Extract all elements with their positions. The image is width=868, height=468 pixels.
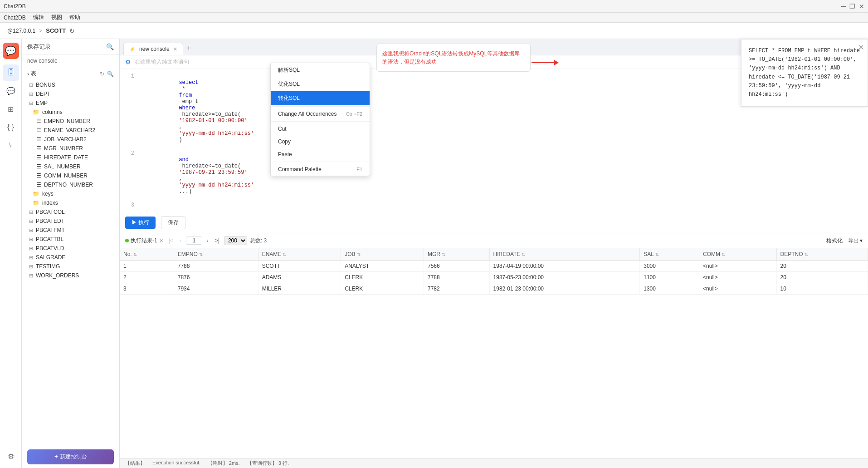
parse-sql-label: 解析SQL [278,66,300,74]
refresh-connection-icon[interactable]: ↻ [69,27,75,34]
pag-last-btn[interactable]: >| [213,236,221,245]
table-pbcatedt[interactable]: ⊞ PBCATEDT [22,217,119,226]
col-mgr[interactable]: ☰ MGR NUMBER [22,144,119,153]
table-testimg[interactable]: ⊞ TESTIMG [22,262,119,271]
search-panel-icon[interactable]: 🔍 [106,43,114,50]
code-text-1: * [179,86,189,92]
export-btn[interactable]: 导出 ▾ [848,237,863,245]
col-comm[interactable]: ☰ COMM NUMBER [22,171,119,180]
sidebar-icon-db[interactable]: 🗄 [3,64,19,81]
new-console-button[interactable]: ✦ 新建控制台 [27,449,114,464]
table-header-row: No.⇅ EMPNO⇅ ENAME⇅ JOB⇅ MGR⇅ HIREDATE⇅ S… [120,248,868,261]
pag-prev-btn[interactable]: ‹ [178,236,183,245]
folder-icon: 📁 [33,200,39,206]
sort-icon-ename[interactable]: ⇅ [283,252,286,257]
context-menu-item-cut[interactable]: Cut [271,123,370,135]
menu-edit[interactable]: 编辑 [33,14,44,21]
col-job[interactable]: ☰ JOB VARCHAR2 [22,135,119,144]
save-button[interactable]: 保存 [161,216,185,229]
sidebar-icon-git[interactable]: ⑂ [3,137,19,153]
emp-keys-folder[interactable]: 📁 keys [22,189,119,198]
sort-icon-job[interactable]: ⇅ [357,252,361,257]
col-header-ename: ENAME⇅ [258,248,341,261]
page-size-select[interactable]: 200 [224,236,247,245]
result-close-icon[interactable]: ✕ [159,238,163,244]
refresh-table-icon[interactable]: ↻ [100,71,104,77]
maximize-btn[interactable]: ❐ [849,3,855,10]
col-deptno[interactable]: ☰ DEPTNO NUMBER [22,180,119,189]
menu-bar: Chat2DB 编辑 视图 帮助 [0,13,868,23]
table-pbcatfmt[interactable]: ⊞ PBCATFMT [22,226,119,235]
sidebar-icon-table[interactable]: ⊞ [3,101,19,117]
col-hiredate-label: HIREDATE [493,251,521,257]
col-name-mgr: MGR [44,145,57,152]
emp-indexs-folder[interactable]: 📁 indexs [22,198,119,207]
result-status-dot [125,239,129,242]
context-menu-item-command-palette[interactable]: Command Palette F1 [271,163,370,176]
table-emp[interactable]: ⊞ EMP [22,99,119,108]
sort-icon-comm[interactable]: ⇅ [722,252,725,257]
context-menu-item-copy[interactable]: Copy [271,135,370,148]
add-tab-button[interactable]: + [183,41,195,55]
run-button[interactable]: ▶ 执行 [125,217,156,229]
annotation-close-icon[interactable]: ✕ [858,43,864,52]
col-hiredate[interactable]: ☰ HIREDATE DATE [22,153,119,162]
context-menu-item-paste[interactable]: Paste [271,148,370,161]
tables-section-header[interactable]: › 表 ↻ 🔍 [22,67,119,80]
context-menu-item-optimize[interactable]: 优化SQL [271,77,370,91]
table-salgrade[interactable]: ⊞ SALGRADE [22,253,119,262]
format-btn[interactable]: 格式化 [826,237,843,245]
context-menu-item-convert[interactable]: 转化SQL [271,91,370,105]
col-type-comm: NUMBER [64,172,88,179]
sort-icon-empno[interactable]: ⇅ [199,252,203,257]
export-label: 导出 [848,237,859,245]
table-pbcatvld[interactable]: ⊞ PBCATVLD [22,244,119,253]
table-dept[interactable]: ⊞ DEPT [22,89,119,99]
cell-comm-1: <null> [699,261,776,272]
sidebar-icon-settings[interactable]: ⚙ [3,448,19,464]
col-icon: ☰ [36,154,41,161]
col-type-mgr: NUMBER [59,145,83,152]
command-palette-shortcut: F1 [356,167,362,172]
sort-icon-no[interactable]: ⇅ [133,252,137,257]
emp-columns-folder[interactable]: 📁 columns [22,108,119,117]
search-table-icon[interactable]: 🔍 [107,71,114,77]
sort-icon-sal[interactable]: ⇅ [655,252,659,257]
menu-chat2db[interactable]: Chat2DB [4,15,26,21]
icon-sidebar: 💬 🗄 💬 ⊞ { } ⑂ ⚙ [0,39,22,468]
sidebar-icon-chat[interactable]: 💬 [3,83,19,99]
pag-page-input[interactable] [186,236,202,245]
table-bonus[interactable]: ⊞ BONUS [22,80,119,89]
sidebar-icon-code[interactable]: { } [3,119,19,135]
sort-icon-mgr[interactable]: ⇅ [442,252,445,257]
close-btn[interactable]: ✕ [859,3,864,10]
col-sal[interactable]: ☰ SAL NUMBER [22,162,119,171]
menu-help[interactable]: 帮助 [69,14,80,21]
cell-empno-3: 7934 [174,283,258,295]
pag-first-btn[interactable]: |< [167,236,175,245]
result-tab[interactable]: 执行结果-1 ✕ [125,237,163,245]
table-pbcattbl[interactable]: ⊞ PBCATTBL [22,235,119,244]
col-name-empno: EMPNO [44,118,64,124]
annotation-balloon: 这里我想将Oracle的SQL语法转换成MySQL等其他数据库的语法，但是没有成… [376,44,531,72]
cell-deptno-1: 20 [776,261,868,272]
code-text-5: ...) [179,188,192,195]
minimize-btn[interactable]: ─ [841,3,846,10]
table-name-bonus: BONUS [36,82,55,88]
data-table: No.⇅ EMPNO⇅ ENAME⇅ JOB⇅ MGR⇅ HIREDATE⇅ S… [120,248,868,295]
close-tab-icon[interactable]: ✕ [173,46,177,52]
tab-new-console[interactable]: ⚡ new console ✕ [123,43,183,55]
keyword-select: select [179,79,198,86]
col-ename[interactable]: ☰ ENAME VARCHAR2 [22,126,119,135]
menu-view[interactable]: 视图 [51,14,62,21]
table-pbcatcol[interactable]: ⊞ PBCATCOL [22,207,119,217]
table-work-orders[interactable]: ⊞ WORK_ORDERS [22,271,119,280]
col-empno[interactable]: ☰ EMPNO NUMBER [22,117,119,126]
context-menu-item-change-all[interactable]: Change All Occurrences Ctrl+F2 [271,108,370,120]
pag-next-btn[interactable]: › [205,236,210,245]
saved-item-new-console[interactable]: new console [22,55,119,67]
sort-icon-deptno[interactable]: ⇅ [805,252,808,257]
cell-empno-1: 7788 [174,261,258,272]
context-menu-item-parse[interactable]: 解析SQL [271,63,370,77]
sort-icon-hiredate[interactable]: ⇅ [522,252,525,257]
